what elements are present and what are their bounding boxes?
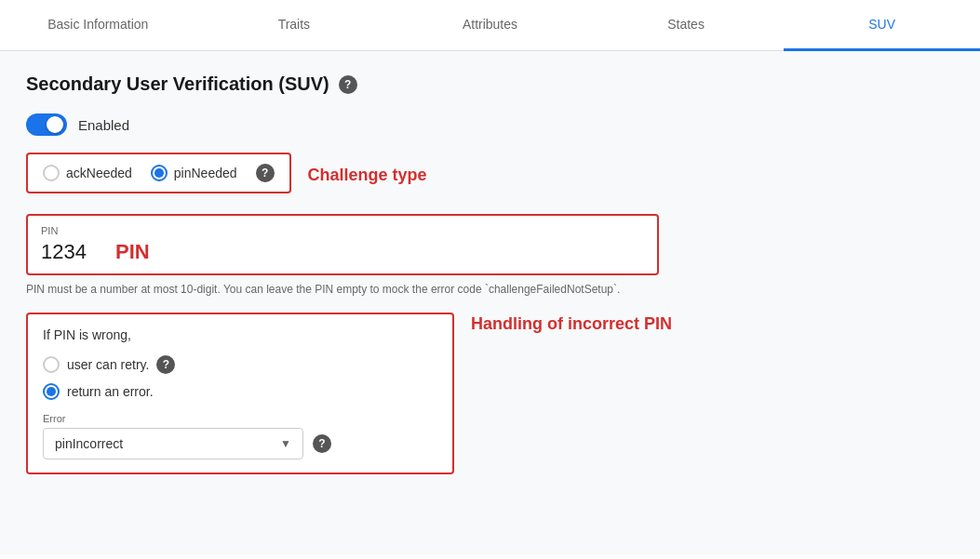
pin-big-label: PIN — [115, 240, 150, 264]
challenge-type-row: ackNeeded pinNeeded ? Challenge type — [26, 153, 954, 197]
section-title: Secondary User Verification (SUV) ? — [26, 73, 954, 95]
section-help-icon[interactable]: ? — [339, 75, 357, 94]
error-dropdown-value: pinIncorrect — [55, 436, 123, 451]
error-dropdown-row: pinIncorrect ▼ ? — [43, 428, 437, 459]
tab-suv[interactable]: SUV — [784, 0, 980, 51]
main-content: Secondary User Verification (SUV) ? Enab… — [0, 51, 980, 554]
pin-field-row: 1234 PIN — [41, 240, 644, 264]
pin-field-wrapper: PIN 1234 PIN — [26, 214, 659, 275]
tab-basic-information[interactable]: Basic Information — [0, 0, 196, 51]
incorrect-pin-box: If PIN is wrong, user can retry. ? retur… — [26, 313, 454, 474]
retry-help-icon[interactable]: ? — [156, 355, 175, 374]
radio-ackneeded-circle — [43, 165, 60, 181]
error-dropdown-label: Error — [43, 413, 437, 424]
error-radio-circle — [43, 383, 60, 400]
pin-field-label: PIN — [41, 225, 644, 236]
error-dropdown[interactable]: pinIncorrect ▼ — [43, 428, 303, 459]
enabled-toggle-row: Enabled — [26, 113, 954, 136]
challenge-type-help-icon[interactable]: ? — [256, 164, 275, 182]
error-dropdown-help-icon[interactable]: ? — [313, 434, 331, 453]
incorrect-pin-row: If PIN is wrong, user can retry. ? retur… — [26, 313, 954, 474]
challenge-type-box: ackNeeded pinNeeded ? — [26, 153, 291, 193]
pin-hint: PIN must be a number at most 10-digit. Y… — [26, 283, 954, 296]
tab-states[interactable]: States — [588, 0, 785, 51]
enabled-label: Enabled — [78, 117, 129, 133]
tab-traits[interactable]: Traits — [196, 0, 393, 51]
incorrect-pin-title: If PIN is wrong, — [43, 327, 437, 342]
return-error-option[interactable]: return an error. — [43, 383, 437, 400]
radio-ackneeded-label: ackNeeded — [66, 166, 132, 180]
radio-pinneeded-inner — [154, 168, 164, 178]
error-dropdown-wrapper: Error pinIncorrect ▼ ? — [43, 413, 437, 459]
tab-bar: Basic Information Traits Attributes Stat… — [0, 0, 980, 51]
retry-option-label: user can retry. — [67, 357, 149, 372]
dropdown-arrow-icon: ▼ — [280, 437, 291, 450]
error-radio-inner — [47, 387, 56, 396]
retry-option[interactable]: user can retry. ? — [43, 355, 437, 374]
tab-attributes[interactable]: Attributes — [392, 0, 588, 51]
pin-value[interactable]: 1234 — [41, 240, 97, 264]
radio-pinneeded-label: pinNeeded — [174, 166, 237, 180]
radio-pinneeded[interactable]: pinNeeded — [151, 165, 237, 181]
section-title-text: Secondary User Verification (SUV) — [26, 73, 329, 95]
enabled-toggle[interactable] — [26, 113, 67, 136]
error-option-label: return an error. — [67, 384, 154, 399]
radio-ackneeded[interactable]: ackNeeded — [43, 165, 132, 181]
retry-radio-circle — [43, 356, 60, 373]
incorrect-pin-side-label: Handling of incorrect PIN — [471, 313, 672, 336]
challenge-type-side-label: Challenge type — [308, 166, 427, 185]
radio-pinneeded-circle — [151, 165, 168, 181]
